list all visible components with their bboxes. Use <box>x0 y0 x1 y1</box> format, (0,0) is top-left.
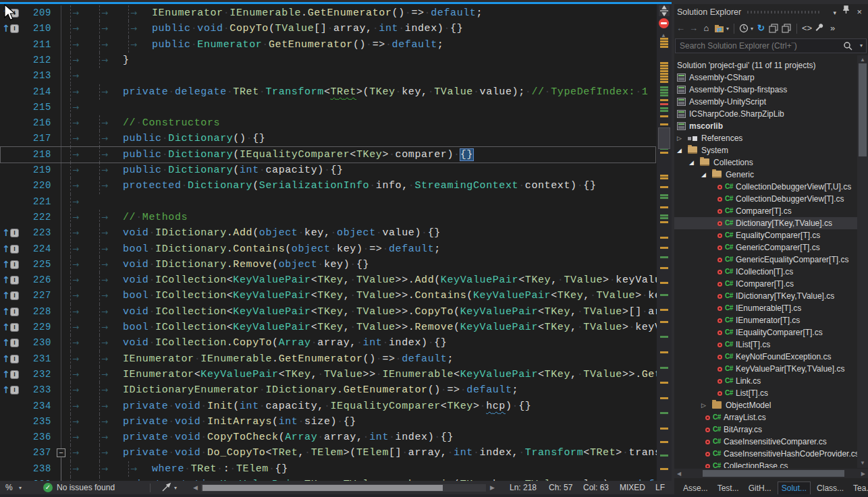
line-number[interactable]: 209 <box>20 5 51 21</box>
tree-item[interactable]: C#List[T].cs <box>674 387 857 399</box>
tree-item[interactable]: C#KeyNotFoundException.cs <box>674 351 857 363</box>
code-editor[interactable]: ↑I209→→→IEnumerator·IEnumerable.GetEnume… <box>0 0 672 481</box>
expanded-arrow-icon[interactable]: ◢ <box>701 169 706 181</box>
code-line[interactable]: 222→→//·Methods <box>0 210 657 225</box>
code-line[interactable]: 238→→→where·TRet·:·TElem·{} <box>0 461 657 477</box>
search-icon[interactable] <box>843 41 852 51</box>
line-number[interactable]: 214 <box>20 84 51 100</box>
line-number[interactable]: 212 <box>20 53 51 68</box>
implements-interface-icon[interactable]: I <box>10 24 19 33</box>
implements-interface-icon[interactable]: I <box>10 355 19 363</box>
implements-interface-icon[interactable]: I <box>10 308 19 316</box>
broom-icon[interactable] <box>161 482 171 493</box>
tree-item[interactable]: C#Link.cs <box>674 375 857 387</box>
override-up-arrow-icon[interactable]: ↑ <box>2 258 10 271</box>
split-window-handle-icon[interactable] <box>659 5 670 16</box>
code-line[interactable]: ↑I233→→IDictionaryEnumerator·IDictionary… <box>0 382 657 398</box>
pin-icon[interactable] <box>842 5 850 14</box>
line-number[interactable]: 230 <box>20 335 51 351</box>
tree-item[interactable]: ◢Collections <box>674 156 857 169</box>
code-line[interactable]: ↑I230→→void·ICollection.CopyTo(Array·arr… <box>0 335 657 351</box>
sync-caret-icon[interactable]: ▾ <box>726 26 729 32</box>
scroll-down-icon[interactable]: ▼ <box>860 460 865 466</box>
override-up-arrow-icon[interactable]: ↑ <box>2 22 10 35</box>
line-number[interactable]: 231 <box>20 351 51 367</box>
status-line[interactable]: Ln: 218 <box>510 481 537 495</box>
line-number[interactable]: 221 <box>20 194 51 210</box>
tree-item[interactable]: C#GenericEqualityComparer[T].cs <box>674 254 857 266</box>
code-line[interactable]: 235→→private·void·InitArrays(int·size)·{… <box>0 414 657 430</box>
override-up-arrow-icon[interactable]: ↑ <box>2 337 10 349</box>
code-line[interactable]: ↑I226→→void·ICollection<KeyValuePair<TKe… <box>0 272 657 288</box>
tree-item[interactable]: ▷References <box>674 132 857 144</box>
code-line[interactable]: 236→→private·void·CopyToCheck(Array·arra… <box>0 430 657 445</box>
tree-vertical-scrollbar[interactable]: ▲ ▼ <box>857 55 868 468</box>
tree-item[interactable]: Solution 'project-gui' (11 of 11 project… <box>674 59 857 71</box>
window-position-chevron-icon[interactable]: ▾ <box>833 6 836 20</box>
tree-item[interactable]: Assembly-UnityScript <box>674 96 857 108</box>
implements-interface-icon[interactable]: I <box>10 260 19 269</box>
code-line[interactable]: 217→→public·Dictionary()·{} <box>0 131 657 146</box>
tree-item[interactable]: C#IDictionary[TKey,TValue].cs <box>674 290 857 302</box>
status-character[interactable]: Ch: 57 <box>549 481 572 495</box>
filter-caret-icon[interactable]: ▾ <box>751 26 753 32</box>
implements-interface-icon[interactable]: I <box>10 370 19 379</box>
override-up-arrow-icon[interactable]: ↑ <box>2 321 10 334</box>
code-line[interactable]: ↑I231→→IEnumerator·IEnumerable.GetEnumer… <box>0 351 657 367</box>
status-encoding[interactable]: MIXED <box>620 481 645 495</box>
code-line[interactable]: ↑I210→→→public·void·CopyTo(TValue[]·arra… <box>0 21 657 36</box>
tree-item[interactable]: C#GenericComparer[T].cs <box>674 241 857 254</box>
tree-item[interactable]: C#ICollection[T].cs <box>674 266 857 278</box>
code-line[interactable]: 214→→private·delegate·TRet·Transform<TRe… <box>0 84 657 100</box>
line-number[interactable]: 229 <box>20 320 51 335</box>
line-number[interactable]: 213 <box>20 68 51 84</box>
line-number[interactable]: 222 <box>20 210 51 225</box>
tree-item[interactable]: Assembly-CSharp-firstpass <box>674 84 857 96</box>
implements-interface-icon[interactable]: I <box>10 229 19 237</box>
forward-icon[interactable]: → <box>688 21 699 36</box>
tree-item[interactable]: C#BitArray.cs <box>674 423 857 436</box>
scroll-left-icon[interactable]: ◀ <box>677 471 681 477</box>
line-number[interactable]: 224 <box>20 241 51 257</box>
code-line[interactable]: ↑I209→→→IEnumerator·IEnumerable.GetEnume… <box>0 5 657 21</box>
tree-item[interactable]: ICSharpCode.SharpZipLib <box>674 108 857 120</box>
overflow-icon[interactable]: » <box>828 21 838 36</box>
code-line[interactable]: 218→→public·Dictionary(IEqualityComparer… <box>0 147 657 163</box>
line-number[interactable]: 236 <box>20 430 51 445</box>
editor-hscrollbar[interactable] <box>201 484 486 492</box>
code-line[interactable]: 211→→→public·Enumerator·GetEnumerator()·… <box>0 37 657 53</box>
line-number[interactable]: 210 <box>20 21 51 36</box>
tree-item[interactable]: C#IComparer[T].cs <box>674 278 857 290</box>
zoom-level[interactable]: % <box>5 481 13 495</box>
editor-scrollbar[interactable]: ▲ <box>657 4 672 481</box>
line-number[interactable]: 216 <box>20 115 51 131</box>
override-up-arrow-icon[interactable]: ↑ <box>2 227 10 239</box>
dock-tab[interactable]: Solut... <box>778 481 811 495</box>
line-number[interactable]: 233 <box>20 382 51 398</box>
back-icon[interactable]: ← <box>676 21 686 36</box>
override-up-arrow-icon[interactable]: ↑ <box>2 289 10 302</box>
hscroll-right-icon[interactable]: ▶ <box>490 484 495 491</box>
line-number[interactable]: 232 <box>20 367 51 382</box>
dock-tab[interactable]: Tea... <box>850 482 868 494</box>
editor-scrollbar-thumb[interactable] <box>658 127 670 149</box>
scroll-up-icon[interactable]: ▲ <box>860 57 865 63</box>
tree-item[interactable]: ◢System <box>674 144 857 156</box>
broom-caret-icon[interactable]: ▾ <box>174 481 177 495</box>
line-number[interactable]: 237 <box>20 445 51 461</box>
code-line[interactable]: 215→ <box>0 100 657 115</box>
tree-item[interactable]: C#Comparer[T].cs <box>674 205 857 217</box>
tree-item[interactable]: mscorlib <box>674 120 857 132</box>
code-line[interactable]: ↑I228→→void·ICollection<KeyValuePair<TKe… <box>0 304 657 320</box>
code-line[interactable]: 221→ <box>0 194 657 210</box>
sync-with-active-document-icon[interactable]: ⇄ <box>714 24 725 33</box>
code-line[interactable]: 237→→private·void·Do_CopyTo<TRet,·TElem>… <box>0 445 657 461</box>
line-number[interactable]: 217 <box>20 131 51 146</box>
code-line[interactable]: ↑I225→→void·IDictionary.Remove(object·ke… <box>0 257 657 272</box>
line-number[interactable]: 211 <box>20 37 51 53</box>
override-up-arrow-icon[interactable]: ↑ <box>2 243 10 256</box>
scroll-right-icon[interactable]: ▶ <box>861 471 865 477</box>
code-line[interactable]: 219→→public·Dictionary(int·capacity)·{} <box>0 163 657 178</box>
implements-interface-icon[interactable]: I <box>10 291 19 300</box>
line-number[interactable]: 218 <box>20 147 51 163</box>
